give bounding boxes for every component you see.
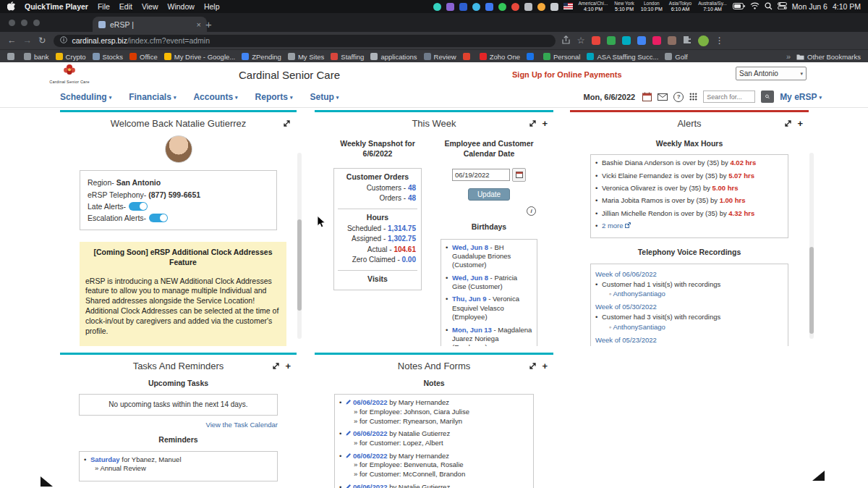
profile-avatar[interactable]: [698, 35, 709, 46]
expand-panel-icon[interactable]: [283, 119, 291, 127]
other-bookmarks-folder[interactable]: Other Bookmarks: [796, 53, 861, 61]
menu-file[interactable]: File: [98, 2, 110, 11]
status-icon-2[interactable]: [446, 3, 454, 11]
late-alerts-toggle[interactable]: [129, 202, 148, 211]
control-center-icon[interactable]: [778, 2, 787, 11]
scrollbar-thumb[interactable]: [297, 219, 302, 311]
reload-icon[interactable]: ↻: [38, 36, 46, 46]
note-date-link[interactable]: 06/06/2022: [353, 452, 388, 460]
week-link[interactable]: Week of 06/06/2022: [595, 270, 783, 278]
forward-icon[interactable]: →: [23, 36, 33, 46]
menubar-app-name[interactable]: QuickTime Player: [25, 2, 88, 11]
status-icon-3[interactable]: [459, 3, 467, 11]
bookmark-item[interactable]: Stocks: [93, 53, 124, 61]
task-calendar-link[interactable]: View the Task Calendar: [206, 421, 278, 429]
add-widget-icon[interactable]: +: [797, 120, 803, 127]
bookmark-item[interactable]: Zoho One: [480, 53, 520, 61]
bookmark-item[interactable]: Office: [129, 53, 158, 61]
spotlight-search-icon[interactable]: [765, 2, 773, 12]
world-clock-newyork[interactable]: New York5:10 PM: [614, 1, 634, 12]
battery-icon[interactable]: [733, 2, 745, 11]
extension-icon-5[interactable]: [652, 36, 661, 45]
window-controls[interactable]: [9, 20, 40, 26]
datepicker-icon[interactable]: [512, 168, 526, 182]
bookmark-item[interactable]: [7, 53, 17, 60]
extension-icon-3[interactable]: [622, 36, 631, 45]
calendar-icon[interactable]: [642, 92, 652, 101]
extension-icon-6[interactable]: [668, 36, 676, 45]
office-select[interactable]: San Antonio ▾: [736, 67, 807, 80]
status-icon-5[interactable]: [485, 3, 493, 11]
minimize-window-icon[interactable]: [21, 20, 27, 26]
menu-edit[interactable]: Edit: [119, 2, 132, 11]
share-icon[interactable]: [562, 34, 570, 47]
status-icon-1[interactable]: [433, 3, 441, 11]
tab-close-icon[interactable]: ×: [197, 20, 201, 29]
week-link[interactable]: Week of 05/23/2022: [595, 336, 783, 344]
extension-icon-1[interactable]: [592, 36, 600, 45]
status-icon-10[interactable]: [550, 3, 558, 11]
expand-panel-icon[interactable]: [272, 362, 280, 370]
expand-panel-icon[interactable]: [529, 119, 537, 127]
bookmark-star-icon[interactable]: ☆: [576, 36, 584, 46]
world-clock-chicago[interactable]: America/Chi...4:10 PM: [579, 1, 608, 12]
recording-customer-link[interactable]: AnthonySantiago: [613, 323, 665, 331]
add-widget-icon[interactable]: +: [542, 120, 548, 127]
status-icon-4[interactable]: [472, 3, 480, 11]
bookmark-item[interactable]: [527, 53, 537, 60]
add-widget-icon[interactable]: +: [542, 363, 548, 370]
apple-menu-icon[interactable]: [7, 1, 15, 12]
extension-icon-4[interactable]: [637, 36, 646, 45]
bookmark-item[interactable]: My Drive - Google...: [164, 53, 235, 61]
status-icon-7[interactable]: [511, 3, 519, 11]
bookmark-item[interactable]: ASA Staffing Succ...: [587, 53, 658, 61]
nav-setup[interactable]: Setup▾: [310, 92, 339, 102]
mail-icon[interactable]: [658, 93, 668, 101]
close-window-icon[interactable]: [9, 20, 15, 26]
menubar-time[interactable]: 4:10 PM: [833, 2, 861, 11]
calendar-date-input[interactable]: [452, 169, 510, 181]
escalation-alerts-toggle[interactable]: [149, 214, 168, 222]
scrollbar-thumb[interactable]: [809, 247, 814, 334]
bookmark-item[interactable]: [463, 53, 473, 60]
apps-grid-icon[interactable]: [689, 93, 697, 101]
bookmark-item[interactable]: applications: [370, 53, 417, 61]
kebab-menu-icon[interactable]: ⋮: [715, 35, 724, 46]
recording-customer-link[interactable]: AnthonySantiago: [613, 290, 665, 298]
menu-help[interactable]: Help: [204, 2, 220, 11]
bookmark-item[interactable]: Personal: [543, 53, 581, 61]
add-widget-icon[interactable]: +: [285, 363, 291, 370]
new-tab-button[interactable]: +: [205, 17, 212, 32]
site-info-icon[interactable]: [60, 36, 67, 45]
expand-panel-icon[interactable]: [784, 119, 792, 127]
more-alerts-link[interactable]: 2 more: [602, 222, 624, 230]
note-date-link[interactable]: 06/06/2022: [353, 429, 388, 437]
panel-scrollbar[interactable]: [809, 153, 814, 339]
back-icon[interactable]: ←: [7, 36, 17, 46]
menu-view[interactable]: View: [142, 2, 158, 11]
help-icon[interactable]: ?: [673, 92, 684, 102]
week-link[interactable]: Week of 05/30/2022: [595, 303, 783, 311]
menu-window[interactable]: Window: [168, 2, 195, 11]
expand-panel-icon[interactable]: [529, 362, 537, 370]
note-date-link[interactable]: 06/06/2022: [353, 483, 388, 488]
extension-icon-2[interactable]: [607, 36, 616, 45]
us-flag-icon[interactable]: [563, 2, 573, 11]
nav-my-ersp[interactable]: My eRSP▾: [780, 92, 822, 102]
bookmark-item[interactable]: Review: [424, 53, 456, 61]
menubar-date[interactable]: Mon Jun 6: [792, 2, 827, 11]
bookmarks-overflow-icon[interactable]: »: [786, 52, 791, 61]
bookmark-item[interactable]: My Sites: [288, 53, 324, 61]
nav-reports[interactable]: Reports▾: [255, 92, 293, 102]
nav-accounts[interactable]: Accounts▾: [193, 92, 237, 102]
world-clock-tokyo[interactable]: Asia/Tokyo6:10 AM: [669, 1, 692, 12]
status-icon-6[interactable]: [498, 3, 506, 11]
signup-payments-link[interactable]: Sign Up for Online Payments: [512, 70, 622, 79]
status-icon-9[interactable]: [537, 3, 545, 11]
world-clock-sydney[interactable]: Australia/Sy...7:10 AM: [698, 1, 727, 12]
nav-scheduling[interactable]: Scheduling▾: [60, 92, 111, 102]
bookmark-item[interactable]: Crypto: [56, 53, 86, 61]
note-date-link[interactable]: 06/06/2022: [353, 398, 388, 406]
extensions-puzzle-icon[interactable]: [683, 34, 692, 47]
info-icon[interactable]: i: [527, 206, 536, 216]
